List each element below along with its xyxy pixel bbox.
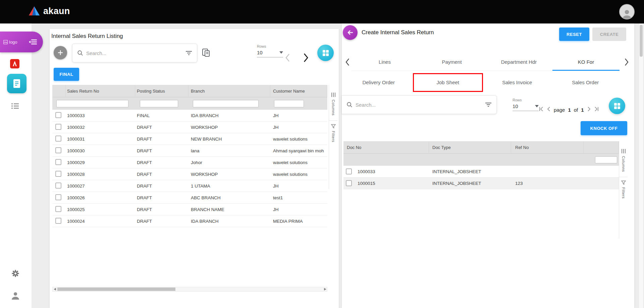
row-checkbox[interactable]	[55, 206, 61, 212]
next-page-button[interactable]	[586, 106, 592, 113]
vertical-scrollbar[interactable]	[639, 23, 643, 308]
filter-input-customer-name[interactable]	[274, 100, 304, 107]
rows-per-page-control[interactable]: Rows 10	[257, 44, 283, 57]
header-ref-no[interactable]: Ref No	[511, 141, 584, 153]
reset-button[interactable]: RESET	[559, 28, 589, 41]
cell-sales-return-no: 1000026	[66, 195, 135, 200]
search-icon	[346, 102, 353, 108]
document-app-icon[interactable]	[7, 74, 26, 93]
subtab-delivery-order[interactable]: Delivery Order	[344, 73, 413, 92]
subtab-sales-order[interactable]: Sales Order	[551, 73, 620, 92]
row-checkbox[interactable]	[55, 124, 61, 130]
cell-doc-no: 1000033	[358, 169, 375, 174]
knock-off-button[interactable]: KNOCK OFF	[581, 121, 627, 135]
table-row[interactable]: 1000025 DRAFT BRANCH NAME JH	[52, 204, 327, 215]
header-sales-return-no[interactable]: Sales Return No	[66, 85, 135, 97]
table-row[interactable]: 1000033 FINAL IDA BRANCH JH	[52, 110, 327, 121]
row-checkbox[interactable]	[346, 180, 352, 186]
tab-payment[interactable]: Payment	[418, 53, 485, 70]
person-icon	[622, 9, 632, 19]
row-checkbox[interactable]	[55, 112, 61, 118]
header-customer-name[interactable]: Customer Name	[270, 85, 327, 97]
sidebar-logo-badge[interactable]: logo	[0, 32, 43, 52]
row-checkbox[interactable]	[55, 171, 61, 177]
user-avatar[interactable]	[619, 4, 635, 19]
row-checkbox[interactable]	[55, 136, 61, 142]
next-page-button[interactable]	[301, 52, 310, 65]
filter-input[interactable]	[595, 156, 617, 163]
filter-input-branch[interactable]	[193, 100, 259, 107]
row-checkbox[interactable]	[346, 168, 352, 174]
filters-funnel-icon[interactable]	[621, 181, 626, 185]
columns-grip-icon[interactable]	[621, 149, 626, 154]
row-checkbox[interactable]	[55, 183, 61, 189]
grid-view-button[interactable]	[317, 45, 334, 61]
row-checkbox[interactable]	[55, 147, 61, 153]
broken-logo-image: logo	[3, 40, 17, 45]
brand-logo[interactable]: akaun	[28, 6, 70, 16]
header-branch[interactable]: Branch	[189, 85, 270, 97]
add-button[interactable]	[54, 46, 67, 59]
table-row[interactable]: 1000024 DRAFT IDA BRANCH MEDIA PRIMA	[52, 215, 327, 227]
filter-icon[interactable]	[485, 102, 492, 108]
table-row[interactable]: 1000028 DRAFT WORKSHOP wavelet solutions	[52, 168, 327, 180]
previous-page-button[interactable]	[546, 106, 551, 113]
scrollbar-thumb[interactable]	[57, 288, 175, 291]
tabs-scroll-left-icon[interactable]	[344, 58, 351, 68]
columns-toggle[interactable]: Columns	[331, 100, 335, 116]
filters-toggle[interactable]: Filters	[331, 131, 335, 142]
filter-input-posting-status[interactable]	[140, 100, 178, 107]
filter-input-sales-return-no[interactable]	[56, 100, 128, 107]
table-row[interactable]: 1000026 DRAFT ABC BRANCH test1	[52, 192, 327, 204]
table-row[interactable]: 1000030 DRAFT lana Ahmad syarqawi bin mo…	[52, 145, 327, 157]
tabs-scroll-right-icon[interactable]	[624, 58, 630, 68]
subtab-sales-invoice[interactable]: Sales Invoice	[483, 73, 551, 92]
table-row[interactable]: 1000027 DRAFT 1 UTAMA JH	[52, 180, 327, 192]
cell-posting-status: DRAFT	[135, 137, 189, 142]
checkbox-cell	[52, 194, 66, 201]
header-posting-status[interactable]: Posting Status	[135, 85, 189, 97]
subtab-job-sheet[interactable]: Job Sheet	[413, 73, 483, 92]
list-menu-icon[interactable]	[11, 103, 19, 111]
row-checkbox[interactable]	[55, 218, 61, 224]
table-row[interactable]: 1000015 INTERNAL_JOBSHEET 123	[343, 177, 619, 189]
header-doc-type[interactable]: Doc Type	[429, 141, 511, 153]
previous-page-button[interactable]	[284, 52, 292, 64]
horizontal-scrollbar[interactable]	[52, 287, 327, 292]
final-filter-button[interactable]: FINAL	[54, 68, 79, 81]
create-button[interactable]: CREATE	[592, 28, 626, 41]
first-page-button[interactable]	[538, 106, 544, 113]
table-row[interactable]: 1000031 DRAFT NEW BRANCH wavelet solutio…	[52, 133, 327, 145]
tab-department-hdr[interactable]: Department Hdr	[485, 53, 552, 70]
columns-toggle[interactable]: Columns	[622, 156, 626, 172]
cell-branch: Johor	[189, 160, 270, 165]
last-page-button[interactable]	[593, 106, 599, 113]
menu-collapse-icon[interactable]	[29, 39, 37, 45]
columns-grip-icon[interactable]	[331, 92, 336, 97]
tab-ko-for[interactable]: KO For	[552, 53, 620, 70]
back-button[interactable]	[343, 25, 358, 40]
cell-branch: BRANCH NAME	[189, 207, 270, 212]
settings-gear-icon[interactable]	[11, 269, 19, 279]
search-input[interactable]	[356, 102, 482, 108]
filter-icon[interactable]	[185, 50, 192, 56]
rows-per-page-control[interactable]: Rows 10	[513, 98, 539, 111]
table-row[interactable]: 1000033 INTERNAL_JOBSHEET	[343, 166, 619, 177]
row-checkbox[interactable]	[55, 159, 61, 165]
grid-view-button[interactable]	[609, 98, 625, 114]
table-row[interactable]: 1000029 DRAFT Johor wavelet solutions	[52, 157, 327, 168]
filters-toggle[interactable]: Filters	[622, 187, 626, 199]
header-doc-no[interactable]: Doc No	[343, 141, 429, 153]
search-input[interactable]	[86, 50, 182, 56]
scroll-left-arrow[interactable]	[53, 288, 57, 291]
account-person-icon[interactable]	[11, 291, 20, 301]
row-checkbox[interactable]	[55, 194, 61, 200]
scrollbar-thumb[interactable]	[640, 25, 643, 57]
filters-funnel-icon[interactable]	[331, 124, 336, 129]
tab-lines[interactable]: Lines	[351, 53, 418, 70]
pdf-app-icon[interactable]	[10, 59, 19, 68]
layout-toggle-icon[interactable]	[201, 48, 211, 59]
cell-customer-name: Ahmad syarqawi bin moh	[270, 148, 327, 153]
scroll-right-arrow[interactable]	[323, 288, 327, 291]
table-row[interactable]: 1000032 DRAFT WORKSHOP JH	[52, 121, 327, 133]
